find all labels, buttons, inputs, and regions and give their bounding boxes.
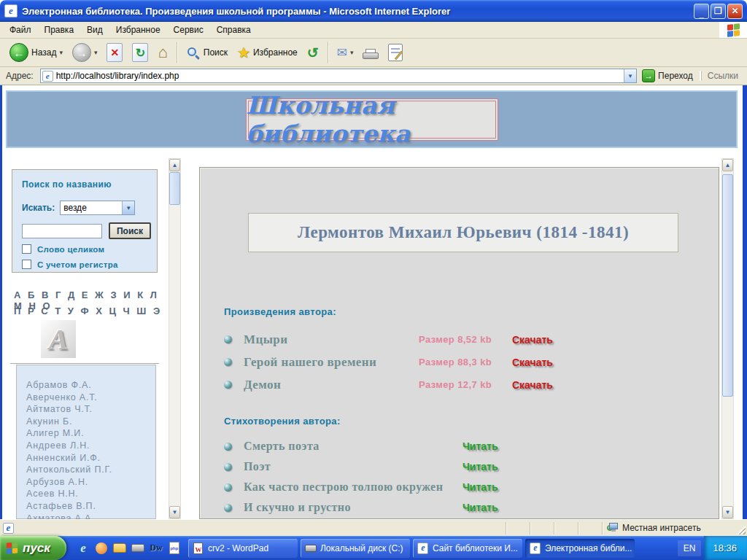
search-input[interactable] bbox=[22, 224, 102, 238]
system-tray: 18:36 bbox=[704, 536, 747, 560]
bullet-icon bbox=[224, 381, 232, 389]
work-row: Герой нашего времени Размер 88,3 kb Скач… bbox=[224, 351, 711, 373]
read-link[interactable]: Читать bbox=[462, 440, 498, 452]
menu-help[interactable]: Справка bbox=[210, 23, 258, 37]
case-sensitive-checkbox[interactable] bbox=[22, 260, 31, 269]
print-icon bbox=[363, 49, 379, 61]
alphabet-links-row2[interactable]: П Р С Т У Ф Х Ц Ч Ш Э bbox=[14, 306, 162, 316]
author-link[interactable]: Андреев Л.Н. bbox=[26, 440, 155, 452]
works-list: Мцыри Размер 8,52 kb Скачать Герой нашег… bbox=[224, 328, 711, 396]
author-link[interactable]: Аверченко А.Т. bbox=[26, 392, 155, 404]
search-scope-select[interactable]: везде ▼ bbox=[60, 201, 135, 215]
favorites-button[interactable]: ★ Избранное bbox=[233, 42, 301, 63]
start-button[interactable]: пуск bbox=[0, 536, 66, 560]
search-icon bbox=[187, 47, 199, 59]
status-pane bbox=[554, 522, 578, 534]
search-button[interactable]: Поиск bbox=[182, 44, 231, 61]
whole-word-label: Слово целиком bbox=[37, 245, 104, 254]
taskbar-clock[interactable]: 18:36 bbox=[713, 542, 737, 553]
maximize-icon: ❐ bbox=[714, 6, 722, 16]
read-link[interactable]: Читать bbox=[462, 502, 498, 513]
main-scrollbar[interactable]: ▲ ▼ bbox=[721, 158, 734, 519]
zone-label: Местная интрасеть bbox=[622, 523, 701, 533]
author-link[interactable]: Айтматов Ч.Т. bbox=[26, 403, 155, 416]
poem-title-link[interactable]: Поэт bbox=[244, 460, 462, 473]
author-link[interactable]: Антокольский П.Г. bbox=[26, 464, 155, 476]
go-arrow-icon: → bbox=[642, 69, 655, 82]
taskbar-button-wordpad[interactable]: W crv2 - WordPad bbox=[188, 539, 298, 558]
menu-file[interactable]: Файл bbox=[3, 23, 38, 37]
work-title-link[interactable]: Герой нашего времени bbox=[244, 355, 419, 370]
media-player-icon[interactable] bbox=[95, 542, 108, 555]
back-caret-icon[interactable]: ▾ bbox=[59, 49, 63, 56]
menu-edit[interactable]: Правка bbox=[38, 23, 81, 37]
drive-icon[interactable] bbox=[131, 542, 144, 555]
taskbar-button-local-disk[interactable]: Локальный диск (C:) bbox=[301, 539, 410, 558]
author-link[interactable]: Алигер М.И. bbox=[26, 427, 155, 440]
language-indicator[interactable]: EN bbox=[678, 540, 702, 556]
history-button[interactable]: ↺ bbox=[303, 43, 322, 63]
mail-button[interactable]: ✉ ▾ bbox=[333, 44, 357, 62]
read-link[interactable]: Читать bbox=[462, 481, 498, 493]
back-label: Назад bbox=[31, 47, 56, 58]
stop-button[interactable]: ✕ bbox=[103, 42, 126, 63]
links-label[interactable]: Ссылки bbox=[701, 71, 744, 81]
menu-favorites[interactable]: Избранное bbox=[109, 23, 167, 37]
drive-icon bbox=[305, 542, 317, 554]
poem-title-link[interactable]: Как часто пестрою толпою окружен bbox=[244, 481, 462, 494]
main-content: Лермонтов Михаил Юрьевич (1814 -1841) Пр… bbox=[199, 167, 719, 519]
download-link[interactable]: Скачать bbox=[512, 357, 553, 368]
go-button[interactable]: → Переход bbox=[640, 69, 697, 83]
dreamweaver-icon[interactable]: Dw bbox=[150, 542, 163, 555]
edit-button[interactable] bbox=[384, 42, 406, 63]
task-buttons: W crv2 - WordPad Локальный диск (C:) e С… bbox=[188, 539, 678, 558]
download-link[interactable]: Скачать bbox=[512, 334, 553, 346]
task-label: Электронная библи... bbox=[545, 543, 632, 553]
author-link[interactable]: Абрамов Ф.А. bbox=[26, 379, 155, 392]
close-button[interactable]: ✕ bbox=[727, 4, 743, 19]
forward-button[interactable]: → ▾ bbox=[69, 42, 101, 63]
minimize-button[interactable]: _ bbox=[694, 4, 709, 19]
author-link[interactable]: Акунин Б. bbox=[26, 416, 155, 428]
taskbar-button-library-site[interactable]: e Сайт библиотеки И... bbox=[413, 539, 522, 558]
address-label: Адрес: bbox=[3, 71, 36, 81]
address-input[interactable] bbox=[53, 71, 624, 81]
author-link[interactable]: Асеев Н.Н. bbox=[26, 488, 155, 500]
print-button[interactable] bbox=[359, 44, 382, 62]
work-title-link[interactable]: Мцыри bbox=[244, 332, 419, 347]
poem-title-link[interactable]: И скучно и грустно bbox=[244, 501, 462, 514]
whole-word-checkbox[interactable] bbox=[22, 244, 31, 254]
php-file-icon[interactable]: php bbox=[168, 542, 181, 555]
work-title-link[interactable]: Демон bbox=[244, 378, 419, 392]
window-title: Электронная библиотека. Произведения шко… bbox=[22, 6, 694, 17]
ie-quicklaunch-icon[interactable]: e bbox=[77, 542, 90, 555]
home-button[interactable]: ⌂ bbox=[154, 43, 171, 62]
read-link[interactable]: Читать bbox=[462, 461, 498, 472]
status-page-icon: e bbox=[3, 523, 14, 534]
scroll-down-icon[interactable]: ▼ bbox=[722, 506, 733, 518]
author-link[interactable]: Ахматова А.А. bbox=[26, 513, 155, 519]
menu-tools[interactable]: Сервис bbox=[167, 23, 210, 37]
maximize-button[interactable]: ❐ bbox=[711, 4, 726, 19]
author-link[interactable]: Астафьев В.П. bbox=[26, 500, 155, 513]
scroll-down-icon[interactable]: ▼ bbox=[169, 506, 180, 518]
author-link[interactable]: Анненский И.Ф. bbox=[26, 452, 155, 464]
main-scroll-thumb[interactable] bbox=[722, 174, 733, 397]
author-link[interactable]: Арбузов А.Н. bbox=[26, 476, 155, 489]
resize-grip[interactable] bbox=[737, 526, 746, 534]
refresh-button[interactable]: ↻ bbox=[128, 42, 152, 63]
poem-title-link[interactable]: Смерть поэта bbox=[244, 440, 462, 453]
scroll-up-icon[interactable]: ▲ bbox=[169, 159, 180, 171]
scroll-up-icon[interactable]: ▲ bbox=[722, 159, 733, 171]
sidebar-scroll-thumb[interactable] bbox=[169, 172, 180, 205]
menu-view[interactable]: Вид bbox=[80, 23, 109, 37]
download-link[interactable]: Скачать bbox=[512, 379, 553, 391]
address-dropdown-icon[interactable]: ▼ bbox=[624, 69, 636, 82]
sidebar-divider bbox=[10, 363, 159, 364]
taskbar-button-ebook-active[interactable]: e Электронная библи... bbox=[525, 539, 635, 558]
search-submit-button[interactable]: Поиск bbox=[109, 222, 151, 239]
sidebar-scrollbar[interactable]: ▲ ▼ bbox=[169, 158, 181, 519]
folder-icon[interactable] bbox=[113, 542, 126, 555]
title-bar: e Электронная библиотека. Произведения ш… bbox=[0, 0, 747, 22]
back-button[interactable]: ← Назад ▾ bbox=[6, 42, 66, 63]
